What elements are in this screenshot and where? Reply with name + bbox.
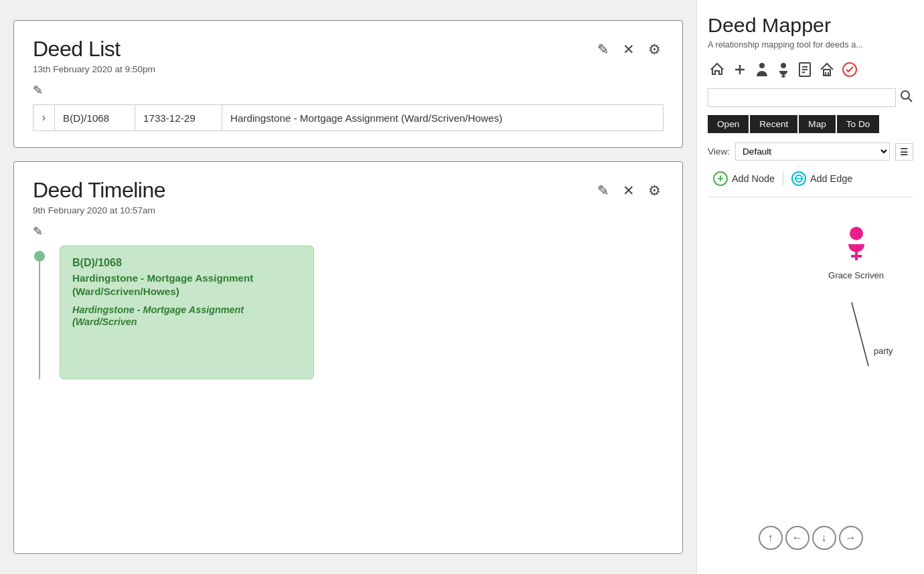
deed-timeline-edit-btn[interactable]: ✎ [595, 181, 612, 200]
map-nav-btn[interactable]: Map [799, 115, 835, 133]
svg-point-14 [901, 91, 909, 99]
person-female-icon-btn[interactable] [775, 60, 792, 79]
home-alt-icon-btn[interactable] [818, 60, 836, 79]
deed-timeline-close-btn[interactable]: ✕ [620, 181, 637, 200]
deed-timeline-header: Deed Timeline ✎ ✕ ⚙ [33, 178, 664, 203]
nav-buttons: Open Recent Map To Do [708, 115, 913, 133]
nav-down-btn[interactable]: ↓ [812, 526, 836, 550]
view-label: View: [708, 147, 730, 157]
person-female-svg [843, 225, 870, 263]
person-male-icon-btn[interactable] [753, 60, 771, 79]
timeline-event-ref: B(D)/1068 [72, 257, 301, 269]
party-label: party [874, 346, 893, 356]
deed-list-card: Deed List ✎ ✕ ⚙ 13th February 2020 at 9:… [13, 20, 683, 148]
nav-up-btn[interactable]: ↑ [759, 526, 783, 550]
check-circle-icon [842, 62, 858, 78]
todo-nav-btn[interactable]: To Do [837, 115, 880, 133]
add-node-label: Add Node [732, 173, 775, 184]
grace-scriven-person-icon [843, 225, 870, 268]
document-icon [797, 62, 812, 78]
add-divider [783, 172, 783, 185]
house-icon-btn[interactable] [708, 60, 726, 79]
svg-point-18 [850, 227, 863, 240]
recent-nav-btn[interactable]: Recent [750, 115, 797, 133]
add-edge-icon [791, 171, 806, 186]
deed-list-timestamp: 13th February 2020 at 9:50pm [33, 64, 664, 74]
right-panel: Deed Mapper A relationship mapping tool … [696, 0, 924, 574]
search-button[interactable] [900, 90, 913, 106]
left-panel: Deed List ✎ ✕ ⚙ 13th February 2020 at 9:… [0, 0, 696, 574]
document-icon-btn[interactable] [796, 60, 814, 79]
timeline-event-card[interactable]: B(D)/1068 Hardingstone - Mortgage Assign… [60, 246, 314, 379]
search-icon [900, 90, 913, 103]
row-date: 1733-12-29 [135, 105, 222, 131]
deed-list-settings-btn[interactable]: ⚙ [645, 40, 664, 59]
nav-right-btn[interactable]: → [839, 526, 863, 550]
search-input[interactable] [708, 88, 896, 107]
add-node-icon: + [713, 171, 728, 186]
deed-list-close-btn[interactable]: ✕ [620, 40, 637, 59]
deed-timeline-timestamp: 9th February 2020 at 10:57am [33, 205, 664, 215]
plus-icon-btn[interactable] [730, 60, 749, 79]
svg-rect-10 [824, 70, 830, 76]
app-subtitle: A relationship mapping tool for deeds a.… [708, 39, 913, 50]
deed-list-header: Deed List ✎ ✕ ⚙ [33, 37, 664, 62]
edge-icon-svg [794, 174, 803, 183]
view-select[interactable]: Default Timeline Custom [735, 142, 890, 161]
deed-list-inline-edit-icon[interactable]: ✎ [33, 84, 664, 98]
deed-timeline-actions: ✎ ✕ ⚙ [595, 181, 664, 200]
row-chevron[interactable]: › [33, 105, 55, 131]
add-edge-button[interactable]: Add Edge [786, 169, 858, 189]
timeline-vertical-line [39, 262, 40, 379]
search-row [708, 88, 913, 107]
plus-icon [732, 62, 748, 78]
toolbar-icons [708, 60, 913, 79]
deed-timeline-inline-edit-icon[interactable]: ✎ [33, 225, 664, 239]
row-description: Hardingstone - Mortgage Assignment (Ward… [222, 105, 664, 131]
grace-scriven-label: Grace Scriven [828, 270, 884, 280]
deed-timeline-title: Deed Timeline [33, 178, 165, 203]
grace-scriven-node[interactable]: Grace Scriven [828, 225, 884, 280]
check-circle-icon-btn[interactable] [840, 60, 859, 79]
svg-line-21 [852, 302, 868, 366]
timeline-event-title: Hardingstone - Mortgage Assignment (Ward… [72, 272, 301, 298]
table-row[interactable]: › B(D)/1068 1733-12-29 Hardingstone - Mo… [33, 105, 664, 131]
home-alt-icon [819, 62, 835, 78]
person-male-icon [755, 62, 769, 78]
timeline-line [33, 246, 46, 379]
view-row: View: Default Timeline Custom ☰ [708, 142, 913, 161]
house-icon [709, 62, 725, 78]
timeline-dot [34, 251, 45, 262]
person-female-icon [776, 62, 791, 78]
svg-point-3 [781, 63, 786, 68]
deed-timeline-settings-btn[interactable]: ⚙ [645, 181, 664, 200]
graph-area[interactable]: Grace Scriven party ↑ ← ↓ → [708, 205, 913, 561]
add-edge-label: Add Edge [810, 173, 852, 184]
add-node-button[interactable]: + Add Node [708, 169, 780, 189]
deed-table: › B(D)/1068 1733-12-29 Hardingstone - Mo… [33, 104, 664, 131]
add-actions: + Add Node Add Edge [708, 169, 913, 197]
timeline-body: B(D)/1068 Hardingstone - Mortgage Assign… [33, 246, 664, 379]
deed-list-actions: ✎ ✕ ⚙ [595, 40, 664, 59]
deed-list-edit-btn[interactable]: ✎ [595, 40, 612, 59]
graph-nav: ↑ ← ↓ → [759, 526, 863, 550]
open-nav-btn[interactable]: Open [708, 115, 749, 133]
view-menu-btn[interactable]: ☰ [895, 143, 913, 161]
svg-point-2 [759, 63, 765, 68]
deed-timeline-card: Deed Timeline ✎ ✕ ⚙ 9th February 2020 at… [13, 161, 683, 554]
nav-left-btn[interactable]: ← [785, 526, 810, 550]
svg-line-15 [909, 98, 912, 102]
timeline-event-subtitle: Hardingstone - Mortgage Assignment (Ward… [72, 304, 301, 328]
deed-list-title: Deed List [33, 37, 121, 62]
row-ref: B(D)/1068 [55, 105, 135, 131]
app-title: Deed Mapper [708, 13, 913, 37]
